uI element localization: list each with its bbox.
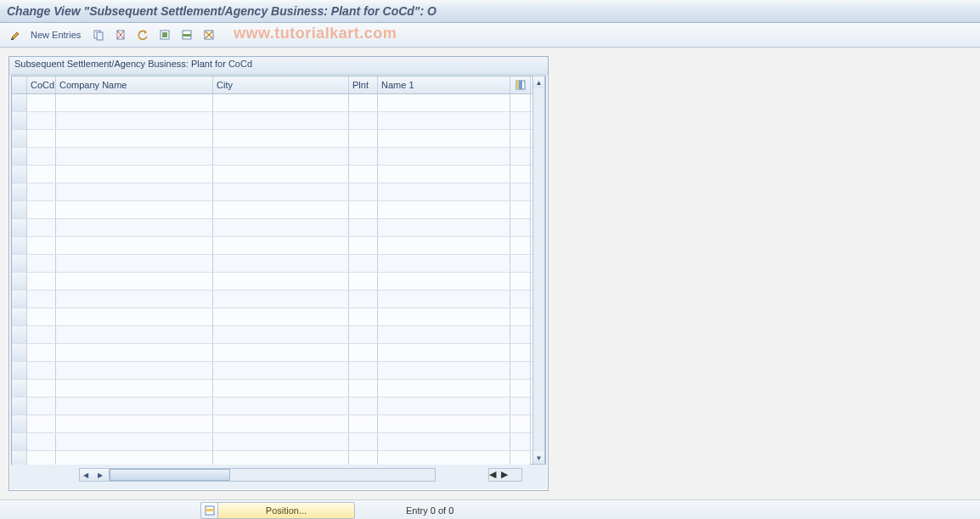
- cell-cocd[interactable]: [27, 415, 56, 432]
- cell-name1[interactable]: [378, 255, 510, 272]
- position-button[interactable]: Position...: [217, 502, 355, 519]
- row-selector[interactable]: [12, 219, 27, 236]
- table-row[interactable]: [12, 308, 545, 326]
- cell-name1[interactable]: [378, 362, 510, 379]
- cell-company-name[interactable]: [56, 219, 213, 236]
- row-selector[interactable]: [12, 344, 27, 361]
- cell-name1[interactable]: [378, 273, 510, 290]
- undo-change-icon[interactable]: [133, 25, 152, 44]
- cell-name1[interactable]: [378, 291, 510, 307]
- column-header-city[interactable]: City: [213, 76, 349, 93]
- select-all-icon[interactable]: [155, 25, 174, 44]
- table-row[interactable]: [12, 130, 545, 148]
- horizontal-scrollbar-right[interactable]: ◀ ▶: [488, 468, 522, 482]
- table-row[interactable]: [12, 166, 545, 183]
- column-header-company-name[interactable]: Company Name: [56, 76, 213, 93]
- cell-cocd[interactable]: [27, 183, 56, 200]
- cell-plnt[interactable]: [349, 255, 378, 272]
- scroll-right-icon[interactable]: ◀: [489, 469, 501, 481]
- table-row[interactable]: [12, 291, 545, 308]
- cell-city[interactable]: [213, 344, 349, 361]
- cell-city[interactable]: [213, 308, 349, 325]
- cell-city[interactable]: [213, 130, 349, 147]
- row-selector[interactable]: [12, 291, 27, 307]
- cell-cocd[interactable]: [27, 380, 56, 397]
- cell-city[interactable]: [213, 326, 349, 343]
- cell-company-name[interactable]: [56, 451, 213, 465]
- table-row[interactable]: [12, 362, 545, 380]
- cell-city[interactable]: [213, 380, 349, 397]
- scroll-last-icon[interactable]: ▶: [501, 469, 513, 481]
- cell-city[interactable]: [213, 237, 349, 254]
- cell-name1[interactable]: [378, 112, 510, 129]
- delete-icon[interactable]: [111, 25, 130, 44]
- row-selector[interactable]: [12, 201, 27, 218]
- row-selector-header[interactable]: [12, 76, 27, 93]
- deselect-all-icon[interactable]: [200, 25, 218, 44]
- cell-plnt[interactable]: [349, 344, 378, 361]
- row-selector[interactable]: [12, 398, 27, 415]
- table-row[interactable]: [12, 183, 545, 201]
- cell-plnt[interactable]: [349, 326, 378, 343]
- cell-company-name[interactable]: [56, 362, 213, 379]
- row-selector[interactable]: [12, 451, 27, 465]
- cell-cocd[interactable]: [27, 166, 56, 183]
- cell-cocd[interactable]: [27, 362, 56, 379]
- cell-cocd[interactable]: [27, 326, 56, 343]
- cell-cocd[interactable]: [27, 255, 56, 272]
- h-scroll-thumb[interactable]: [110, 469, 230, 481]
- cell-name1[interactable]: [378, 201, 510, 218]
- cell-cocd[interactable]: [27, 130, 56, 147]
- cell-company-name[interactable]: [56, 415, 213, 432]
- cell-company-name[interactable]: [56, 130, 213, 147]
- cell-name1[interactable]: [378, 415, 510, 432]
- cell-plnt[interactable]: [349, 398, 378, 415]
- cell-cocd[interactable]: [27, 94, 56, 111]
- v-scroll-track[interactable]: [533, 88, 544, 452]
- h-scroll-track[interactable]: [110, 469, 435, 481]
- cell-company-name[interactable]: [56, 255, 213, 272]
- cell-plnt[interactable]: [349, 201, 378, 218]
- cell-plnt[interactable]: [349, 451, 378, 465]
- cell-name1[interactable]: [378, 219, 510, 236]
- scroll-first-icon[interactable]: ◀: [80, 469, 92, 481]
- cell-cocd[interactable]: [27, 273, 56, 290]
- cell-name1[interactable]: [378, 398, 510, 415]
- row-selector[interactable]: [12, 308, 27, 325]
- row-selector[interactable]: [12, 130, 27, 147]
- cell-plnt[interactable]: [349, 291, 378, 307]
- column-header-plnt[interactable]: Plnt: [349, 76, 378, 93]
- table-row[interactable]: [12, 398, 545, 415]
- table-row[interactable]: [12, 415, 545, 433]
- toggle-display-change-icon[interactable]: [7, 25, 25, 44]
- cell-city[interactable]: [213, 112, 349, 129]
- cell-company-name[interactable]: [56, 398, 213, 415]
- cell-name1[interactable]: [378, 237, 510, 254]
- cell-name1[interactable]: [378, 166, 510, 183]
- cell-name1[interactable]: [378, 326, 510, 343]
- cell-city[interactable]: [213, 183, 349, 200]
- cell-cocd[interactable]: [27, 451, 56, 465]
- cell-plnt[interactable]: [349, 380, 378, 397]
- column-header-cocd[interactable]: CoCd: [27, 76, 56, 93]
- row-selector[interactable]: [12, 237, 27, 254]
- cell-plnt[interactable]: [349, 237, 378, 254]
- table-row[interactable]: [12, 273, 545, 291]
- cell-name1[interactable]: [378, 183, 510, 200]
- cell-plnt[interactable]: [349, 273, 378, 290]
- cell-company-name[interactable]: [56, 112, 213, 129]
- cell-cocd[interactable]: [27, 201, 56, 218]
- cell-plnt[interactable]: [349, 183, 378, 200]
- cell-plnt[interactable]: [349, 112, 378, 129]
- horizontal-scrollbar[interactable]: ◀ ▶: [79, 468, 436, 482]
- scroll-left-icon[interactable]: ▶: [92, 469, 110, 481]
- cell-city[interactable]: [213, 255, 349, 272]
- cell-company-name[interactable]: [56, 380, 213, 397]
- table-row[interactable]: [12, 237, 545, 255]
- table-row[interactable]: [12, 451, 545, 465]
- cell-plnt[interactable]: [349, 219, 378, 236]
- scroll-down-icon[interactable]: ▼: [533, 452, 544, 464]
- cell-city[interactable]: [213, 415, 349, 432]
- cell-cocd[interactable]: [27, 291, 56, 307]
- cell-cocd[interactable]: [27, 219, 56, 236]
